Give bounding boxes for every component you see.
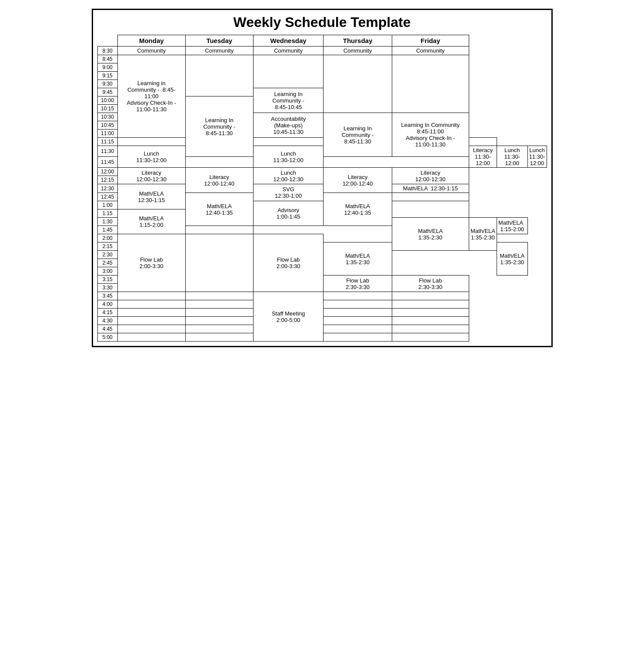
cell-thu-mathela1: Math/ELA12:40-1:35 xyxy=(324,193,392,226)
cell-tue-500 xyxy=(185,333,253,342)
cell-thu-500 xyxy=(324,333,392,342)
cell-wed-145 xyxy=(185,226,253,234)
cell-thu-lic: Learning InCommunity -8:45-11:30 xyxy=(324,113,392,157)
cell-tue-1115 xyxy=(253,138,324,146)
cell-fri-1245 xyxy=(392,193,469,201)
cell-thu-345 xyxy=(324,292,392,300)
cell-fri-445 xyxy=(392,325,469,333)
cell-thu-lunch: Lunch11:30-12:00 xyxy=(497,146,528,168)
cell-fri-345 xyxy=(392,292,469,300)
cell-mon-mathela2: Math/ELA1:15-2:00 xyxy=(117,209,185,234)
cell-wed-empty1 xyxy=(253,55,324,88)
cell-tue-830: Community xyxy=(185,46,253,55)
cell-fri-flowlab: Flow Lab2:00-3:30 xyxy=(253,234,324,292)
cell-fri-500 xyxy=(392,333,469,342)
cell-tue-lunch: Lunch11:30-12:00 xyxy=(253,146,324,168)
cell-thu-430 xyxy=(324,317,392,325)
cell-thu-mathela2: Math/ELA1:35-2:30 xyxy=(469,218,497,251)
header-wednesday: Wednesday xyxy=(253,35,324,46)
table-row: 8:30 Community Community Community Commu… xyxy=(97,46,547,55)
cell-mon-lunch: Lunch11:30-12:00 xyxy=(117,146,185,168)
cell-tue-lic: Learning InCommunity -8:45-11:30 xyxy=(185,96,253,157)
cell-fri-lic: Learning In Community8:45-11:00Advisory … xyxy=(392,113,469,157)
cell-fri-lunch: Lunch11:30-12:00 xyxy=(527,146,547,168)
cell-mon-830: Community xyxy=(117,46,185,55)
cell-thu-literacy: Literacy12:00-12:40 xyxy=(324,168,392,193)
cell-tue-345 xyxy=(185,292,253,300)
cell-tue-literacy: Literacy12:00-12:40 xyxy=(185,168,253,193)
cell-tue-mathela2: Math/ELA1:35-2:30 xyxy=(392,218,469,251)
table-row: 12:30 Math/ELA12:30-1:15 SVG12:30-1:00 M… xyxy=(97,184,547,193)
cell-thu-flowlab: Flow Lab2:30-3:30 xyxy=(392,276,469,292)
cell-mon-400 xyxy=(117,300,185,309)
cell-wed-lunch: Lunch12:00-12:30 xyxy=(253,168,324,184)
cell-mon-500 xyxy=(117,333,185,342)
cell-tue-mathela3: Math/ELA1:35-2:30 xyxy=(324,242,392,276)
cell-mon-415 xyxy=(117,309,185,317)
time-label: 8:30 xyxy=(97,46,117,55)
cell-mon-lic: Learning inCommunity - 8:45-11:00Advisor… xyxy=(117,55,185,138)
cell-thu-415 xyxy=(324,309,392,317)
cell-fri-400 xyxy=(392,300,469,309)
header-thursday: Thursday xyxy=(324,35,392,46)
table-row: 3:45 Staff Meeting2:00-5:00 xyxy=(97,292,547,300)
cell-wed-advisory: Advisory1:00-1:45 xyxy=(253,201,324,226)
cell-wed-acc: Accountability(Make-ups)10:45-11:30 xyxy=(253,113,324,138)
cell-mon-445 xyxy=(117,325,185,333)
cell-fri-mathela1: Math/ELA 12:30-1:15 xyxy=(392,184,469,193)
header-tuesday: Tuesday xyxy=(185,35,253,46)
cell-tue-445 xyxy=(185,325,253,333)
table-row: 8:45 Learning inCommunity - 8:45-11:00Ad… xyxy=(97,55,547,63)
table-row: 12:00 Literacy12:00-12:30 Literacy12:00-… xyxy=(97,168,547,176)
cell-wed-literacy1: Literacy11:30-12:00 xyxy=(469,146,497,168)
cell-fri-430 xyxy=(392,317,469,325)
cell-wed-svg: SVG12:30-1:00 xyxy=(253,184,324,201)
cell-wed-830: Community xyxy=(253,46,324,55)
schedule-table: Monday Tuesday Wednesday Thursday Friday… xyxy=(97,35,547,342)
cell-thu-830: Community xyxy=(324,46,392,55)
cell-mon-345 xyxy=(117,292,185,300)
cell-mon-mathela1: Math/ELA12:30-1:15 xyxy=(117,184,185,209)
cell-wed-empty2 xyxy=(185,234,253,292)
cell-wed-lic: Learning InCommunity -8:45-10:45 xyxy=(253,88,324,113)
cell-tue-415 xyxy=(185,309,253,317)
cell-thu-400 xyxy=(324,300,392,309)
cell-fri-empty1 xyxy=(392,55,469,113)
schedule-container: Weekly Schedule Template Monday Tuesday … xyxy=(92,9,553,347)
cell-tue-flowlab: Flow Lab2:30-3:30 xyxy=(324,276,392,292)
cell-wed-1115 xyxy=(469,138,497,146)
cell-mon-flowlab: Flow Lab2:00-3:30 xyxy=(117,234,185,292)
cell-fri-415 xyxy=(392,309,469,317)
cell-tue-empty1 xyxy=(185,55,253,96)
cell-mon-literacy: Literacy12:00-12:30 xyxy=(117,168,185,184)
table-row: 11:15 xyxy=(97,138,547,146)
header-monday: Monday xyxy=(117,35,185,46)
cell-tue-mathela1: Math/ELA12:40-1:35 xyxy=(185,193,253,226)
cell-fri-830: Community xyxy=(392,46,469,55)
cell-wed-staffmeeting: Staff Meeting2:00-5:00 xyxy=(253,292,324,342)
header-friday: Friday xyxy=(392,35,469,46)
cell-thu-empty1 xyxy=(324,55,392,113)
cell-fri-mathela2: Math/ELA 1:15-2:00 xyxy=(497,218,528,234)
page-title: Weekly Schedule Template xyxy=(97,14,547,30)
cell-mon-430 xyxy=(117,317,185,325)
cell-tue-430 xyxy=(185,317,253,325)
cell-thu-445 xyxy=(324,325,392,333)
table-row: 11:30 Lunch11:30-12:00 Lunch11:30-12:00 … xyxy=(97,146,547,157)
cell-mon-1115 xyxy=(117,138,185,146)
cell-fri-literacy: Literacy12:00-12:30 xyxy=(392,168,469,184)
cell-tue-400 xyxy=(185,300,253,309)
cell-fri-mathela1b xyxy=(392,201,469,218)
cell-thu-mathela3: Math/ELA1:35-2:30 xyxy=(497,242,528,276)
